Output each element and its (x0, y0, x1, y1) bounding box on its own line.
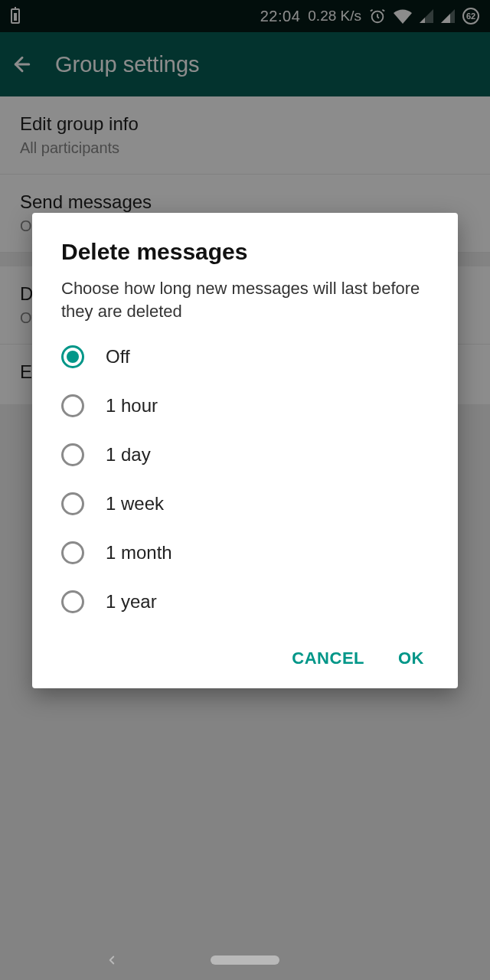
radio-icon (61, 590, 84, 613)
radio-option-off[interactable]: Off (61, 345, 429, 368)
radio-label: 1 year (106, 591, 157, 612)
dialog-title: Delete messages (61, 239, 429, 265)
radio-label: 1 day (106, 444, 151, 466)
radio-option-1-day[interactable]: 1 day (61, 443, 429, 466)
radio-label: 1 hour (106, 395, 158, 416)
radio-icon (61, 541, 84, 564)
radio-icon (61, 492, 84, 515)
radio-option-1-hour[interactable]: 1 hour (61, 394, 429, 417)
radio-label: Off (106, 346, 130, 368)
radio-icon (61, 394, 84, 417)
dialog-description: Choose how long new messages will last b… (61, 277, 429, 322)
radio-option-1-month[interactable]: 1 month (61, 541, 429, 564)
cancel-button[interactable]: CANCEL (292, 648, 364, 668)
nav-back-button[interactable] (105, 953, 119, 967)
nav-home-pill[interactable] (211, 956, 279, 965)
radio-icon (61, 443, 84, 466)
radio-label: 1 week (106, 493, 164, 514)
radio-option-1-year[interactable]: 1 year (61, 590, 429, 613)
radio-icon (61, 345, 84, 368)
system-nav-bar (0, 940, 490, 980)
ok-button[interactable]: OK (398, 648, 424, 668)
delete-messages-dialog: Delete messages Choose how long new mess… (32, 213, 458, 688)
radio-label: 1 month (106, 542, 172, 564)
radio-group: Off 1 hour 1 day 1 week 1 month 1 year (61, 345, 429, 613)
radio-option-1-week[interactable]: 1 week (61, 492, 429, 515)
dialog-actions: CANCEL OK (61, 648, 429, 668)
